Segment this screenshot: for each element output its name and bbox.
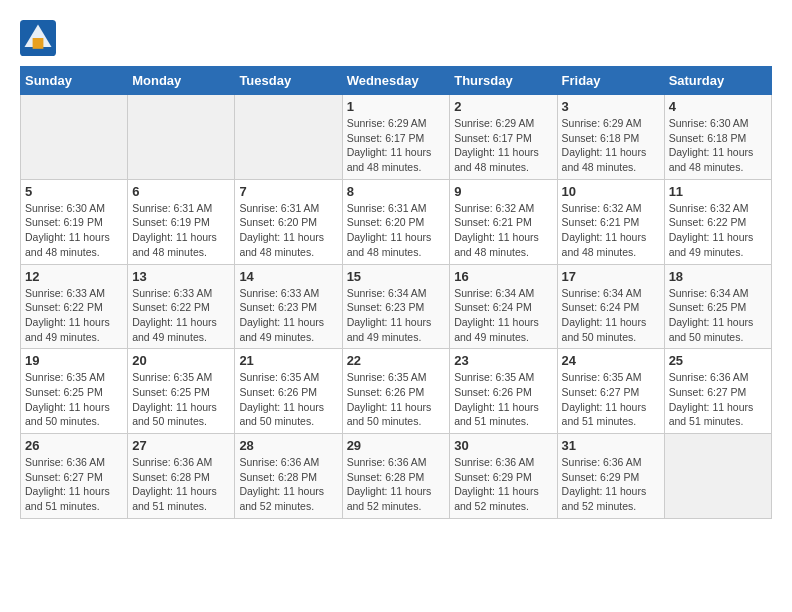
day-number: 18 [669,269,767,284]
calendar-cell: 9Sunrise: 6:32 AMSunset: 6:21 PMDaylight… [450,179,557,264]
calendar-cell: 19Sunrise: 6:35 AMSunset: 6:25 PMDayligh… [21,349,128,434]
calendar-cell: 24Sunrise: 6:35 AMSunset: 6:27 PMDayligh… [557,349,664,434]
day-detail: Sunrise: 6:36 AMSunset: 6:27 PMDaylight:… [25,455,123,514]
day-number: 3 [562,99,660,114]
calendar-header: SundayMondayTuesdayWednesdayThursdayFrid… [21,67,772,95]
page-header [20,20,772,56]
calendar-cell: 14Sunrise: 6:33 AMSunset: 6:23 PMDayligh… [235,264,342,349]
weekday-header-thursday: Thursday [450,67,557,95]
calendar-cell [235,95,342,180]
day-number: 17 [562,269,660,284]
day-number: 29 [347,438,446,453]
day-number: 11 [669,184,767,199]
day-detail: Sunrise: 6:34 AMSunset: 6:24 PMDaylight:… [562,286,660,345]
day-detail: Sunrise: 6:29 AMSunset: 6:17 PMDaylight:… [454,116,552,175]
calendar-cell [128,95,235,180]
day-number: 21 [239,353,337,368]
day-detail: Sunrise: 6:32 AMSunset: 6:22 PMDaylight:… [669,201,767,260]
day-number: 10 [562,184,660,199]
calendar-week-row: 1Sunrise: 6:29 AMSunset: 6:17 PMDaylight… [21,95,772,180]
day-number: 26 [25,438,123,453]
calendar-cell: 15Sunrise: 6:34 AMSunset: 6:23 PMDayligh… [342,264,450,349]
day-number: 12 [25,269,123,284]
weekday-header-sunday: Sunday [21,67,128,95]
day-number: 14 [239,269,337,284]
day-detail: Sunrise: 6:32 AMSunset: 6:21 PMDaylight:… [562,201,660,260]
day-detail: Sunrise: 6:33 AMSunset: 6:22 PMDaylight:… [132,286,230,345]
calendar-cell: 29Sunrise: 6:36 AMSunset: 6:28 PMDayligh… [342,434,450,519]
weekday-header-tuesday: Tuesday [235,67,342,95]
calendar-cell: 18Sunrise: 6:34 AMSunset: 6:25 PMDayligh… [664,264,771,349]
day-number: 7 [239,184,337,199]
day-detail: Sunrise: 6:34 AMSunset: 6:24 PMDaylight:… [454,286,552,345]
svg-rect-2 [33,38,44,49]
day-detail: Sunrise: 6:36 AMSunset: 6:27 PMDaylight:… [669,370,767,429]
day-detail: Sunrise: 6:29 AMSunset: 6:18 PMDaylight:… [562,116,660,175]
calendar-cell: 8Sunrise: 6:31 AMSunset: 6:20 PMDaylight… [342,179,450,264]
calendar-cell: 16Sunrise: 6:34 AMSunset: 6:24 PMDayligh… [450,264,557,349]
day-detail: Sunrise: 6:35 AMSunset: 6:26 PMDaylight:… [239,370,337,429]
calendar-cell: 22Sunrise: 6:35 AMSunset: 6:26 PMDayligh… [342,349,450,434]
day-number: 6 [132,184,230,199]
day-detail: Sunrise: 6:30 AMSunset: 6:19 PMDaylight:… [25,201,123,260]
calendar-cell: 26Sunrise: 6:36 AMSunset: 6:27 PMDayligh… [21,434,128,519]
calendar-cell: 11Sunrise: 6:32 AMSunset: 6:22 PMDayligh… [664,179,771,264]
day-detail: Sunrise: 6:35 AMSunset: 6:26 PMDaylight:… [454,370,552,429]
day-detail: Sunrise: 6:36 AMSunset: 6:29 PMDaylight:… [562,455,660,514]
calendar-cell: 28Sunrise: 6:36 AMSunset: 6:28 PMDayligh… [235,434,342,519]
day-detail: Sunrise: 6:34 AMSunset: 6:23 PMDaylight:… [347,286,446,345]
calendar-cell: 12Sunrise: 6:33 AMSunset: 6:22 PMDayligh… [21,264,128,349]
day-detail: Sunrise: 6:30 AMSunset: 6:18 PMDaylight:… [669,116,767,175]
calendar-cell: 23Sunrise: 6:35 AMSunset: 6:26 PMDayligh… [450,349,557,434]
calendar-table: SundayMondayTuesdayWednesdayThursdayFrid… [20,66,772,519]
calendar-cell: 5Sunrise: 6:30 AMSunset: 6:19 PMDaylight… [21,179,128,264]
day-number: 24 [562,353,660,368]
day-detail: Sunrise: 6:31 AMSunset: 6:20 PMDaylight:… [239,201,337,260]
day-number: 28 [239,438,337,453]
day-detail: Sunrise: 6:33 AMSunset: 6:23 PMDaylight:… [239,286,337,345]
day-detail: Sunrise: 6:36 AMSunset: 6:28 PMDaylight:… [347,455,446,514]
weekday-header-wednesday: Wednesday [342,67,450,95]
calendar-week-row: 5Sunrise: 6:30 AMSunset: 6:19 PMDaylight… [21,179,772,264]
day-detail: Sunrise: 6:35 AMSunset: 6:25 PMDaylight:… [132,370,230,429]
calendar-cell: 21Sunrise: 6:35 AMSunset: 6:26 PMDayligh… [235,349,342,434]
day-number: 25 [669,353,767,368]
calendar-cell: 27Sunrise: 6:36 AMSunset: 6:28 PMDayligh… [128,434,235,519]
calendar-cell: 7Sunrise: 6:31 AMSunset: 6:20 PMDaylight… [235,179,342,264]
day-detail: Sunrise: 6:31 AMSunset: 6:19 PMDaylight:… [132,201,230,260]
calendar-cell: 3Sunrise: 6:29 AMSunset: 6:18 PMDaylight… [557,95,664,180]
day-detail: Sunrise: 6:32 AMSunset: 6:21 PMDaylight:… [454,201,552,260]
day-number: 13 [132,269,230,284]
calendar-week-row: 26Sunrise: 6:36 AMSunset: 6:27 PMDayligh… [21,434,772,519]
day-number: 30 [454,438,552,453]
calendar-week-row: 12Sunrise: 6:33 AMSunset: 6:22 PMDayligh… [21,264,772,349]
day-number: 23 [454,353,552,368]
calendar-cell: 2Sunrise: 6:29 AMSunset: 6:17 PMDaylight… [450,95,557,180]
day-detail: Sunrise: 6:35 AMSunset: 6:25 PMDaylight:… [25,370,123,429]
calendar-cell: 17Sunrise: 6:34 AMSunset: 6:24 PMDayligh… [557,264,664,349]
day-number: 27 [132,438,230,453]
calendar-body: 1Sunrise: 6:29 AMSunset: 6:17 PMDaylight… [21,95,772,519]
day-detail: Sunrise: 6:29 AMSunset: 6:17 PMDaylight:… [347,116,446,175]
calendar-cell: 30Sunrise: 6:36 AMSunset: 6:29 PMDayligh… [450,434,557,519]
logo-icon [20,20,56,56]
weekday-row: SundayMondayTuesdayWednesdayThursdayFrid… [21,67,772,95]
day-detail: Sunrise: 6:36 AMSunset: 6:29 PMDaylight:… [454,455,552,514]
day-number: 19 [25,353,123,368]
calendar-cell: 1Sunrise: 6:29 AMSunset: 6:17 PMDaylight… [342,95,450,180]
calendar-cell: 20Sunrise: 6:35 AMSunset: 6:25 PMDayligh… [128,349,235,434]
day-number: 4 [669,99,767,114]
day-detail: Sunrise: 6:36 AMSunset: 6:28 PMDaylight:… [132,455,230,514]
calendar-cell: 4Sunrise: 6:30 AMSunset: 6:18 PMDaylight… [664,95,771,180]
day-number: 22 [347,353,446,368]
day-number: 8 [347,184,446,199]
weekday-header-monday: Monday [128,67,235,95]
calendar-week-row: 19Sunrise: 6:35 AMSunset: 6:25 PMDayligh… [21,349,772,434]
day-number: 31 [562,438,660,453]
day-detail: Sunrise: 6:35 AMSunset: 6:27 PMDaylight:… [562,370,660,429]
calendar-cell: 10Sunrise: 6:32 AMSunset: 6:21 PMDayligh… [557,179,664,264]
day-number: 2 [454,99,552,114]
day-number: 15 [347,269,446,284]
day-detail: Sunrise: 6:34 AMSunset: 6:25 PMDaylight:… [669,286,767,345]
calendar-cell: 13Sunrise: 6:33 AMSunset: 6:22 PMDayligh… [128,264,235,349]
